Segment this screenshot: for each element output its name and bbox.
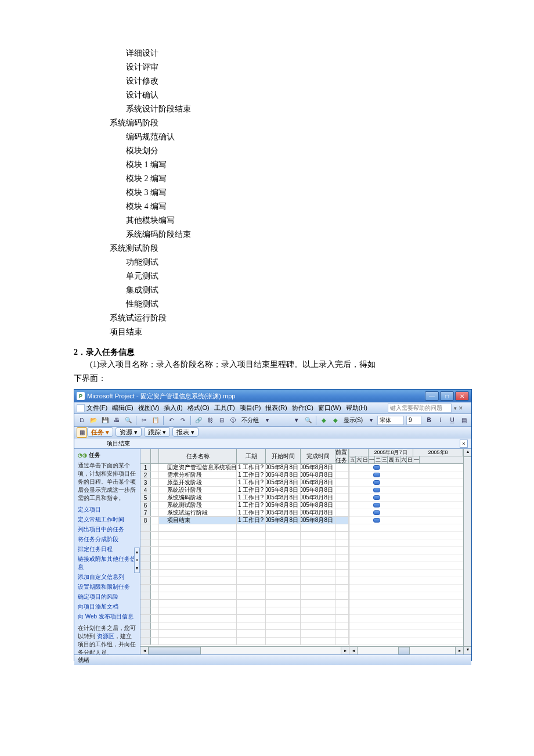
guide-link[interactable]: 设置期限和限制任务 [78, 583, 136, 591]
guide-link[interactable]: 排定任务日程 [78, 545, 136, 553]
open-icon[interactable]: 📂 [88, 415, 99, 426]
gantt-row[interactable] [349, 600, 463, 607]
gantt-body[interactable] [349, 464, 463, 646]
table-row[interactable]: 5系统编码阶段1 工作日?2005年8月8日2005年8月8日 [140, 494, 349, 502]
col-pred[interactable]: 前置任务 [335, 449, 349, 463]
gantt-bar[interactable] [373, 503, 380, 507]
gantt-row[interactable] [349, 638, 463, 645]
menu-item[interactable]: 编辑(E) [112, 404, 134, 412]
scroll-right-icon[interactable]: ▸ [455, 647, 463, 654]
gantt-row[interactable] [349, 494, 463, 502]
font-size[interactable]: 9 [406, 416, 421, 425]
guide-link[interactable]: 定义项目 [78, 506, 136, 514]
scroll-left-icon[interactable]: ◂ [349, 647, 358, 654]
menu-item[interactable]: 工具(T) [214, 404, 235, 412]
view-tab[interactable]: 资源 ▾ [116, 427, 142, 437]
vscroll[interactable]: ▴ ▾ [463, 449, 471, 654]
col-info[interactable] [151, 449, 159, 463]
menu-item[interactable]: 报表(R) [265, 404, 287, 412]
table-row[interactable] [140, 607, 349, 615]
gantt-bar[interactable] [373, 518, 380, 523]
maximize-button[interactable]: □ [440, 391, 454, 401]
guide-icon[interactable]: ▦ [77, 427, 87, 438]
gantt-row[interactable] [349, 539, 463, 547]
gantt-bar[interactable] [373, 473, 380, 477]
table-row[interactable]: 4系统设计阶段1 工作日?2005年8月8日2005年8月8日 [140, 487, 349, 494]
back-icon[interactable]: ◆ [319, 415, 329, 426]
table-row[interactable]: 8项目结束1 工作日?2005年8月8日2005年8月8日 [140, 517, 349, 524]
gantt-row[interactable] [349, 487, 463, 494]
gantt-bar[interactable] [373, 510, 380, 515]
show-dropdown[interactable]: 显示(S) [342, 416, 365, 424]
split-icon[interactable]: ⊟ [217, 415, 227, 426]
font-name[interactable]: 宋体 [377, 416, 404, 425]
scroll-down-icon[interactable]: ▾ [464, 646, 471, 654]
preview-icon[interactable]: 🔍 [123, 415, 134, 426]
guide-link[interactable]: 链接或附加其他任务信息 [78, 555, 136, 571]
close-button[interactable]: ✕ [455, 391, 469, 401]
table-row[interactable]: 3原型开发阶段1 工作日?2005年8月8日2005年8月8日 [140, 479, 349, 487]
guide-link[interactable]: 向 Web 发布项目信息 [78, 613, 136, 621]
guide-link[interactable]: 将任务分成阶段 [78, 535, 136, 543]
view-tab[interactable]: 任务 ▾ [87, 427, 113, 437]
dropdown-icon[interactable]: ▾ [262, 415, 272, 426]
gantt-row[interactable] [349, 555, 463, 562]
gantt-row[interactable] [349, 577, 463, 585]
table-row[interactable] [140, 630, 349, 638]
table-row[interactable]: 2需求分析阶段1 工作日?2005年8月8日2005年8月8日 [140, 471, 349, 479]
zoom-icon[interactable]: 🔍 [303, 415, 313, 426]
hscroll-left[interactable]: ◂ ▸ [140, 646, 349, 654]
col-duration[interactable]: 工期 [237, 449, 266, 463]
table-row[interactable]: 7系统试运行阶段1 工作日?2005年8月8日2005年8月8日 [140, 509, 349, 517]
gantt-row[interactable] [349, 502, 463, 509]
gantt-row[interactable] [349, 547, 463, 555]
menu-item[interactable]: 文件(F) [86, 404, 107, 412]
menu-item[interactable]: 窗口(W) [318, 404, 341, 412]
info-icon[interactable]: 🛈 [228, 415, 239, 426]
gantt-row[interactable] [349, 615, 463, 622]
table-row[interactable] [140, 615, 349, 622]
table-row[interactable] [140, 638, 349, 645]
gantt-row[interactable] [349, 592, 463, 600]
menu-item[interactable]: 协作(C) [292, 404, 313, 412]
link-icon[interactable]: 🔗 [193, 415, 204, 426]
scroll-thumb[interactable] [398, 647, 410, 654]
table-row[interactable] [140, 577, 349, 585]
table-row[interactable] [140, 547, 349, 555]
new-icon[interactable]: 🗋 [77, 415, 87, 426]
gantt-row[interactable] [349, 464, 463, 471]
gantt-row[interactable] [349, 585, 463, 592]
guide-link[interactable]: 向项目添加文档 [78, 603, 136, 611]
gantt-row[interactable] [349, 622, 463, 630]
minimize-button[interactable]: — [425, 391, 439, 401]
gantt-row[interactable] [349, 479, 463, 487]
row-hdr-col[interactable] [140, 449, 151, 463]
guide-link[interactable]: 列出项目中的任务 [78, 525, 136, 534]
view-tab[interactable]: 跟踪 ▾ [144, 427, 170, 437]
gantt-bar[interactable] [373, 495, 380, 500]
scroll-left-icon[interactable]: ◂ [140, 647, 149, 654]
undo-icon[interactable]: ↶ [166, 415, 176, 426]
table-row[interactable]: 6系统测试阶段1 工作日?2005年8月8日2005年8月8日 [140, 502, 349, 509]
table-row[interactable] [140, 592, 349, 600]
hscroll-right[interactable]: ◂ ▸ [349, 646, 463, 654]
guide-link[interactable]: 确定项目的风险 [78, 593, 136, 601]
table-row[interactable] [140, 622, 349, 630]
gantt-row[interactable] [349, 471, 463, 479]
table-row[interactable] [140, 585, 349, 592]
help-search[interactable]: 键入需要帮助的问题 [388, 404, 452, 413]
nogroup-dropdown[interactable]: 不分组 [240, 416, 261, 424]
scroll-right-icon[interactable]: ▸ [341, 647, 349, 654]
redo-icon[interactable]: ↷ [178, 415, 188, 426]
save-icon[interactable]: 💾 [100, 415, 110, 426]
table-row[interactable] [140, 600, 349, 607]
resource-link[interactable]: 资源区 [97, 633, 114, 639]
menu-item[interactable]: 帮助(H) [346, 404, 367, 412]
cut-icon[interactable]: ✂ [139, 415, 149, 426]
gantt-row[interactable] [349, 562, 463, 570]
close-pane-icon[interactable]: × [460, 440, 468, 448]
guide-link[interactable]: 定义常规工作时间 [78, 516, 136, 524]
dropdown-icon[interactable]: ▾ [366, 415, 376, 426]
menu-item[interactable]: 项目(P) [240, 404, 261, 412]
table-body[interactable]: 1固定资产管理信息系统项目 (张渊)1 工作日?2005年8月8日2005年8月… [140, 464, 349, 646]
